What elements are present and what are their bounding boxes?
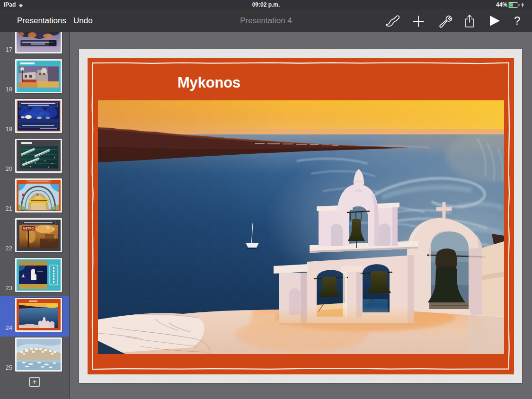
svg-text:METRO: METRO bbox=[23, 227, 34, 230]
